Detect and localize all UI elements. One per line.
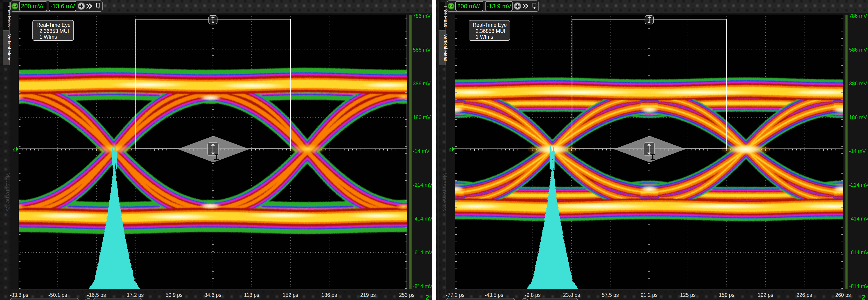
svg-text:152 ps: 152 ps xyxy=(283,292,298,298)
svg-text:192 ps: 192 ps xyxy=(758,292,773,298)
svg-text:2: 2 xyxy=(862,294,865,300)
svg-text:-83.8 ps: -83.8 ps xyxy=(9,292,28,298)
svg-text:786 mV: 786 mV xyxy=(413,13,431,19)
svg-text:186 mV: 186 mV xyxy=(413,114,431,120)
svg-text:586 mV: 586 mV xyxy=(413,47,431,53)
svg-text:-414 mV: -414 mV xyxy=(849,216,868,221)
svg-text:-614 mV: -614 mV xyxy=(413,249,432,256)
svg-text:-14 mV: -14 mV xyxy=(413,148,430,154)
svg-text:-214 mV: -214 mV xyxy=(849,182,868,188)
svg-text:186 mV: 186 mV xyxy=(849,114,867,120)
svg-text:226 ps: 226 ps xyxy=(797,292,812,298)
svg-text:219 ps: 219 ps xyxy=(360,292,376,298)
svg-text:-414 mV: -414 mV xyxy=(413,216,432,221)
svg-text:200 mV/: 200 mV/ xyxy=(457,3,480,10)
svg-text:260 ps: 260 ps xyxy=(835,292,851,298)
svg-text:200 mV/: 200 mV/ xyxy=(21,3,44,10)
svg-text:-16.5 ps: -16.5 ps xyxy=(87,292,106,298)
svg-text:186 ps: 186 ps xyxy=(321,292,337,298)
svg-text:-614 mV: -614 mV xyxy=(849,249,868,256)
svg-text:23.8 ps: 23.8 ps xyxy=(563,292,580,298)
svg-text:-50.1 ps: -50.1 ps xyxy=(49,292,67,298)
svg-text:17.2 ps: 17.2 ps xyxy=(127,292,144,298)
svg-text:2: 2 xyxy=(12,147,14,151)
svg-text:-77.2 ps: -77.2 ps xyxy=(446,292,464,298)
svg-text:-814 mV: -814 mV xyxy=(849,283,868,289)
svg-text:Real-Time Eye: Real-Time Eye xyxy=(36,22,70,28)
svg-text:Vertical Meas: Vertical Meas xyxy=(7,34,12,61)
svg-text:50.9 ps: 50.9 ps xyxy=(165,292,182,298)
svg-text:2-4: 2-4 xyxy=(12,4,17,8)
svg-text:2.36853 MUI: 2.36853 MUI xyxy=(39,28,69,34)
svg-text:159 ps: 159 ps xyxy=(719,292,735,298)
svg-text:-43.5 ps: -43.5 ps xyxy=(485,292,503,298)
svg-text:1 Wfms: 1 Wfms xyxy=(39,34,57,40)
svg-text:253 ps: 253 ps xyxy=(399,292,414,298)
svg-text:91.2 ps: 91.2 ps xyxy=(641,292,657,298)
svg-text:2: 2 xyxy=(426,294,429,300)
svg-text:2-4: 2-4 xyxy=(449,4,453,8)
svg-text:2.36858 MUI: 2.36858 MUI xyxy=(476,28,505,34)
svg-text:84.6 ps: 84.6 ps xyxy=(205,292,221,298)
svg-text:-814 mV: -814 mV xyxy=(413,283,432,289)
svg-text:Real-Time Eye: Real-Time Eye xyxy=(473,22,507,28)
svg-text:-13.9 mV: -13.9 mV xyxy=(487,3,512,10)
svg-text:2: 2 xyxy=(449,147,451,151)
svg-text:Measurements: Measurements xyxy=(5,172,12,211)
svg-text:586 mV: 586 mV xyxy=(849,47,867,53)
svg-text:-13.6 mV: -13.6 mV xyxy=(51,3,75,10)
svg-text:125 ps: 125 ps xyxy=(680,292,695,298)
svg-text:386 mV: 386 mV xyxy=(849,81,867,87)
svg-text:118 ps: 118 ps xyxy=(244,292,259,298)
svg-text:386 mV: 386 mV xyxy=(413,81,431,87)
svg-text:57.5 ps: 57.5 ps xyxy=(602,292,619,298)
svg-text:1 Wfms: 1 Wfms xyxy=(476,34,493,40)
svg-text:-9.8 ps: -9.8 ps xyxy=(525,292,540,298)
svg-text:Vertical Meas: Vertical Meas xyxy=(443,34,448,61)
svg-text:786 mV: 786 mV xyxy=(849,13,867,19)
svg-text:Measurements: Measurements xyxy=(441,172,448,211)
svg-text:-14 mV: -14 mV xyxy=(849,148,866,154)
svg-text:-214 mV: -214 mV xyxy=(413,182,432,188)
